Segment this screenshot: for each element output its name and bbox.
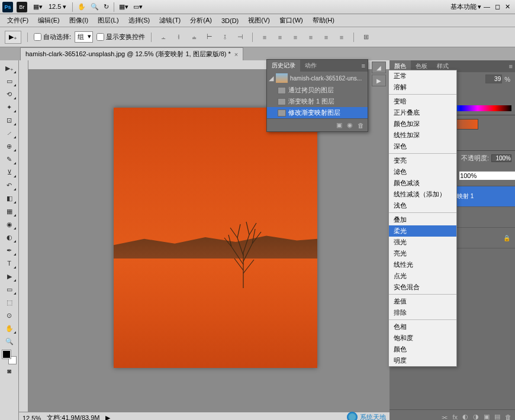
eraser-tool[interactable]: ◧ [2,192,17,204]
type-tool[interactable]: T [2,257,17,269]
menu-item[interactable]: 滤镜(T) [154,15,185,26]
crop-tool[interactable]: ⊡ [2,114,17,126]
layer-mask-icon[interactable]: ◐ [462,413,468,420]
new-layer-icon[interactable]: ▤ [494,413,500,420]
bridge-icon[interactable]: Br [17,2,27,12]
history-snapshot[interactable]: ◢ hamish-clark-365162-uns... [267,72,368,85]
blend-mode-item[interactable]: 深色 [389,141,456,152]
menu-item[interactable]: 图层(L) [93,15,123,26]
marquee-tool[interactable]: ▭ [2,75,17,87]
hand-tool[interactable]: ✋ [2,322,17,334]
panel-menu-icon[interactable]: ≡ [507,63,515,70]
close-icon[interactable]: ✕ [505,3,510,11]
show-transform-check[interactable]: 显示变换控件 [96,33,145,41]
blend-mode-item[interactable]: 滤色 [389,166,456,177]
menu-item[interactable]: 3D(D) [217,16,243,25]
path-select-tool[interactable]: ▶ [2,270,17,282]
menu-item[interactable]: 图像(I) [65,15,93,26]
blur-tool[interactable]: ◉ [2,218,17,230]
rotate-view-shortcut[interactable]: ↻ [101,2,111,12]
history-delete-icon[interactable]: 🗑 [358,122,364,129]
history-new-doc-icon[interactable]: ▣ [336,121,342,129]
collapsed-icon-1[interactable]: ◢ [372,62,386,73]
lasso-tool[interactable]: ⟲ [2,88,17,100]
blend-mode-item[interactable]: 变暗 [389,96,456,107]
close-tab-icon[interactable]: × [234,51,238,58]
workspace-switcher[interactable]: 基本功能 ▾ [448,1,484,12]
tab-actions[interactable]: 动作 [300,60,321,72]
history-item[interactable]: 通过拷贝的图层 [267,85,368,96]
stamp-tool[interactable]: ⊻ [2,166,17,178]
blend-mode-item[interactable]: 色相 [389,321,456,332]
blend-mode-item[interactable]: 线性加深 [389,130,456,141]
blend-mode-item[interactable]: 排除 [389,307,456,318]
delete-layer-icon[interactable]: 🗑 [505,413,511,421]
dist-bottom-icon[interactable]: ≡ [289,32,301,43]
current-tool-icon[interactable]: ▶₊ [5,31,21,44]
brush-tool[interactable]: ✎ [2,153,17,165]
hand-tool-shortcut[interactable]: ✋ [75,2,88,12]
snapshot-brush-icon[interactable]: ◢ [269,75,273,82]
align-vcenter-icon[interactable]: ⫲ [173,32,185,43]
layer-opacity-input[interactable] [491,154,511,162]
blend-mode-item[interactable]: 柔光 [389,225,456,237]
layer-group-icon[interactable]: ▣ [484,413,490,420]
history-item[interactable]: 修改渐变映射图层 [267,107,368,118]
layer-fill-input[interactable] [459,171,515,180]
blend-mode-item[interactable]: 颜色减淡 [389,177,456,189]
blend-mode-menu[interactable]: 正常溶解变暗正片叠底颜色加深线性加深深色变亮滤色颜色减淡线性减淡（添加）浅色叠加… [388,70,457,367]
adjustment-layer-icon[interactable]: ◑ [473,413,479,420]
layer-fx-icon[interactable]: fx [452,413,458,421]
document-tab[interactable]: hamish-clark-365162-unsplash.jpg @ 12.5%… [20,47,243,60]
quickmask-toggle[interactable]: ◙ [2,365,17,377]
dist-hcenter-icon[interactable]: ≡ [320,32,332,43]
blend-mode-item[interactable]: 线性减淡（添加） [389,189,456,200]
auto-select-check[interactable]: 自动选择: [34,33,71,41]
zoom-tool[interactable]: 🔍 [2,335,17,347]
arrange-dropdown[interactable]: ▦▾ [117,2,131,12]
menu-item[interactable]: 帮助(H) [308,15,339,26]
3d-tool[interactable]: ⬚ [2,296,17,308]
blend-mode-item[interactable]: 变亮 [389,155,456,166]
menu-item[interactable]: 视图(V) [243,15,275,26]
color-swatches[interactable] [2,350,17,364]
blend-mode-item[interactable]: 浅色 [389,200,456,211]
blend-mode-item[interactable]: 溶解 [389,82,456,93]
align-bottom-icon[interactable]: ⫨ [188,32,200,43]
menu-item[interactable]: 编辑(E) [33,15,65,26]
dist-top-icon[interactable]: ≡ [259,32,271,43]
link-layers-icon[interactable]: ⫘ [441,413,448,421]
dodge-tool[interactable]: ◐ [2,231,17,243]
screen-mode-dropdown[interactable]: ▭▾ [131,2,145,12]
blend-mode-item[interactable]: 颜色 [389,344,456,355]
minimize-icon[interactable]: — [484,3,490,11]
blend-mode-item[interactable]: 饱和度 [389,332,456,344]
align-hcenter-icon[interactable]: ⫱ [219,32,231,43]
status-arrow-icon[interactable]: ▶ [105,414,110,420]
menu-item[interactable]: 文件(F) [2,15,33,26]
gradient-tool[interactable]: ▦ [2,205,17,217]
align-left-icon[interactable]: ⊢ [204,32,215,43]
menu-item[interactable]: 分析(A) [185,15,217,26]
zoom-value[interactable]: 12.5 ▾ [45,3,70,11]
tab-history[interactable]: 历史记录 [267,60,300,72]
status-zoom[interactable]: 12.5% [22,415,41,421]
quick-select-tool[interactable]: ✦ [2,101,17,113]
heal-tool[interactable]: ⊕ [2,140,17,152]
blend-mode-item[interactable]: 差值 [389,296,456,307]
blend-mode-item[interactable]: 点光 [389,270,456,282]
auto-select-type[interactable]: 组 [75,31,93,43]
blend-mode-item[interactable]: 亮光 [389,248,456,259]
history-item[interactable]: 渐变映射 1 图层 [267,96,368,107]
blend-mode-item[interactable]: 强光 [389,237,456,248]
status-doc[interactable]: 文档:41.9M/83.9M [47,413,99,420]
blend-mode-item[interactable]: 实色混合 [389,282,456,293]
layout-dropdown[interactable]: ▦▾ [31,2,45,12]
dist-left-icon[interactable]: ≡ [305,32,317,43]
move-tool[interactable]: ▶₊ [2,62,17,74]
blend-mode-item[interactable]: 颜色加深 [389,118,456,130]
blend-mode-item[interactable]: 叠加 [389,214,456,225]
history-brush-tool[interactable]: ↶ [2,179,17,191]
color-opacity-input[interactable] [485,75,502,83]
history-panel[interactable]: 历史记录 动作 ≡ ◢ hamish-clark-365162-uns... 通… [266,59,368,132]
